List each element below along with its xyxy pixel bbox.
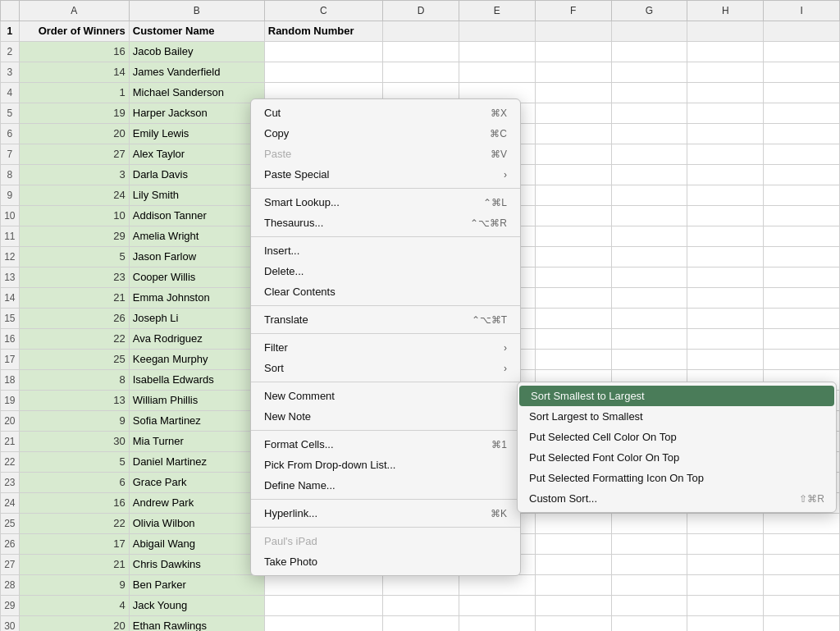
cell-b-8[interactable]: Darla Davis [129, 165, 264, 185]
cell-a-15[interactable]: 26 [19, 309, 129, 329]
cell-f-25[interactable] [535, 514, 611, 534]
cell-f-9[interactable] [535, 185, 611, 206]
cell-h-7[interactable] [687, 144, 764, 165]
cell-b-17[interactable]: Keegan Murphy [129, 350, 264, 370]
cell-h-26[interactable] [687, 534, 764, 555]
cell-c-3[interactable] [264, 62, 382, 83]
cell-b-7[interactable]: Alex Taylor [129, 144, 264, 165]
cell-f-27[interactable] [535, 555, 611, 575]
cell-e-3[interactable] [459, 62, 535, 83]
cell-h-10[interactable] [687, 206, 764, 226]
cell-a-28[interactable]: 9 [19, 575, 129, 596]
cell-h-9[interactable] [687, 185, 764, 206]
cell-b-10[interactable]: Addison Tanner [129, 206, 264, 226]
menu-item-translate[interactable]: Translate⌃⌥⌘T [251, 309, 520, 330]
cell-h-6[interactable] [687, 124, 764, 144]
cell-i-6[interactable] [764, 124, 840, 144]
cell-h-11[interactable] [687, 226, 764, 247]
cell-a-13[interactable]: 23 [19, 267, 129, 288]
cell-d-2[interactable] [383, 42, 459, 62]
cell-e-29[interactable] [459, 596, 535, 616]
cell-d-29[interactable] [383, 596, 459, 616]
cell-g1[interactable] [611, 21, 687, 42]
cell-i-29[interactable] [764, 596, 840, 616]
cell-i-15[interactable] [764, 309, 840, 329]
cell-b-11[interactable]: Amelia Wright [129, 226, 264, 247]
cell-g-7[interactable] [611, 144, 687, 165]
cell-a-30[interactable]: 20 [19, 616, 129, 632]
cell-f-14[interactable] [535, 288, 611, 309]
menu-item-define-name---[interactable]: Define Name... [251, 475, 520, 496]
cell-i-14[interactable] [764, 288, 840, 309]
cell-h-5[interactable] [687, 103, 764, 124]
cell-b-25[interactable]: Olivia Wilbon [129, 514, 264, 534]
col-header-c[interactable]: C [264, 1, 382, 21]
cell-g-8[interactable] [611, 165, 687, 185]
cell-a-17[interactable]: 25 [19, 350, 129, 370]
cell-h-28[interactable] [687, 575, 764, 596]
cell-h-27[interactable] [687, 555, 764, 575]
cell-a-3[interactable]: 14 [19, 62, 129, 83]
menu-item-delete---[interactable]: Delete... [251, 261, 520, 281]
cell-g-11[interactable] [611, 226, 687, 247]
menu-item-copy[interactable]: Copy⌘C [251, 123, 520, 144]
cell-f-13[interactable] [535, 267, 611, 288]
cell-h-30[interactable] [687, 616, 764, 632]
cell-a-14[interactable]: 21 [19, 288, 129, 309]
cell-f-8[interactable] [535, 165, 611, 185]
cell-i-30[interactable] [764, 616, 840, 632]
menu-item-filter[interactable]: Filter› [251, 337, 520, 358]
cell-g-3[interactable] [611, 62, 687, 83]
menu-item-new-comment[interactable]: New Comment [251, 386, 520, 406]
cell-a-20[interactable]: 9 [19, 411, 129, 432]
cell-a-4[interactable]: 1 [19, 83, 129, 103]
cell-g-26[interactable] [611, 534, 687, 555]
cell-f-11[interactable] [535, 226, 611, 247]
cell-h-13[interactable] [687, 267, 764, 288]
cell-i-5[interactable] [764, 103, 840, 124]
cell-c-30[interactable] [264, 616, 382, 632]
cell-b-3[interactable]: James Vanderfield [129, 62, 264, 83]
cell-i-11[interactable] [764, 226, 840, 247]
cell-c-2[interactable] [264, 42, 382, 62]
menu-item-new-note[interactable]: New Note [251, 406, 520, 427]
cell-d-3[interactable] [383, 62, 459, 83]
cell-f1[interactable] [535, 21, 611, 42]
cell-g-15[interactable] [611, 309, 687, 329]
col-header-i[interactable]: I [764, 1, 840, 21]
cell-b-2[interactable]: Jacob Bailey [129, 42, 264, 62]
col-header-f[interactable]: F [535, 1, 611, 21]
cell-a-23[interactable]: 6 [19, 473, 129, 493]
cell-e-2[interactable] [459, 42, 535, 62]
cell-g-16[interactable] [611, 329, 687, 350]
cell-f-3[interactable] [535, 62, 611, 83]
cell-b-12[interactable]: Jason Farlow [129, 247, 264, 267]
cell-i-4[interactable] [764, 83, 840, 103]
cell-b-5[interactable]: Harper Jackson [129, 103, 264, 124]
cell-g-4[interactable] [611, 83, 687, 103]
cell-g-17[interactable] [611, 350, 687, 370]
menu-item-pick-from-drop-down-list---[interactable]: Pick From Drop-down List... [251, 455, 520, 475]
cell-f-4[interactable] [535, 83, 611, 103]
cell-a-22[interactable]: 5 [19, 452, 129, 473]
cell-i1[interactable] [764, 21, 840, 42]
cell-d-28[interactable] [383, 575, 459, 596]
cell-g-12[interactable] [611, 247, 687, 267]
submenu-item-put-selected-font-color-on-top[interactable]: Put Selected Font Color On Top [518, 447, 836, 468]
cell-f-15[interactable] [535, 309, 611, 329]
cell-b-28[interactable]: Ben Parker [129, 575, 264, 596]
cell-d-30[interactable] [383, 616, 459, 632]
cell-f-17[interactable] [535, 350, 611, 370]
cell-b-22[interactable]: Daniel Martinez [129, 452, 264, 473]
cell-a-27[interactable]: 21 [19, 555, 129, 575]
cell-g-25[interactable] [611, 514, 687, 534]
cell-i-27[interactable] [764, 555, 840, 575]
cell-i-8[interactable] [764, 165, 840, 185]
menu-item-hyperlink---[interactable]: Hyperlink...⌘K [251, 503, 520, 524]
cell-h-4[interactable] [687, 83, 764, 103]
cell-b-15[interactable]: Joseph Li [129, 309, 264, 329]
cell-a-26[interactable]: 17 [19, 534, 129, 555]
cell-a-2[interactable]: 16 [19, 42, 129, 62]
cell-i-13[interactable] [764, 267, 840, 288]
cell-f-12[interactable] [535, 247, 611, 267]
